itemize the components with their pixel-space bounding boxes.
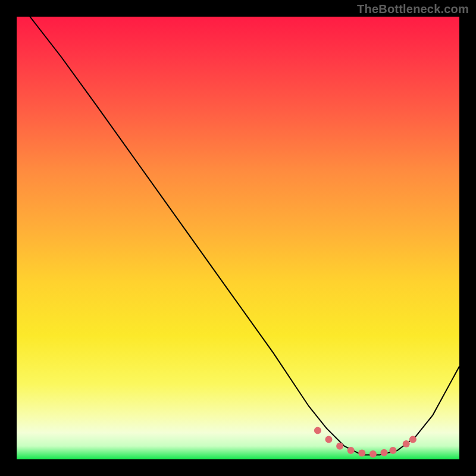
marker-dot (336, 443, 343, 450)
marker-dot (369, 450, 377, 458)
marker-dot (403, 440, 410, 447)
plot-area (17, 17, 459, 459)
marker-dot (358, 450, 365, 457)
curve-layer (17, 17, 459, 459)
marker-dot (314, 427, 321, 434)
marker-dot (381, 449, 388, 456)
marker-dot (325, 436, 333, 443)
marker-dot (409, 436, 416, 443)
chart-root: TheBottleneck.com (0, 0, 476, 476)
watermark-label: TheBottleneck.com (357, 2, 469, 16)
main-curve-path (30, 17, 459, 455)
marker-dot (347, 447, 355, 454)
marker-dot (389, 447, 396, 454)
